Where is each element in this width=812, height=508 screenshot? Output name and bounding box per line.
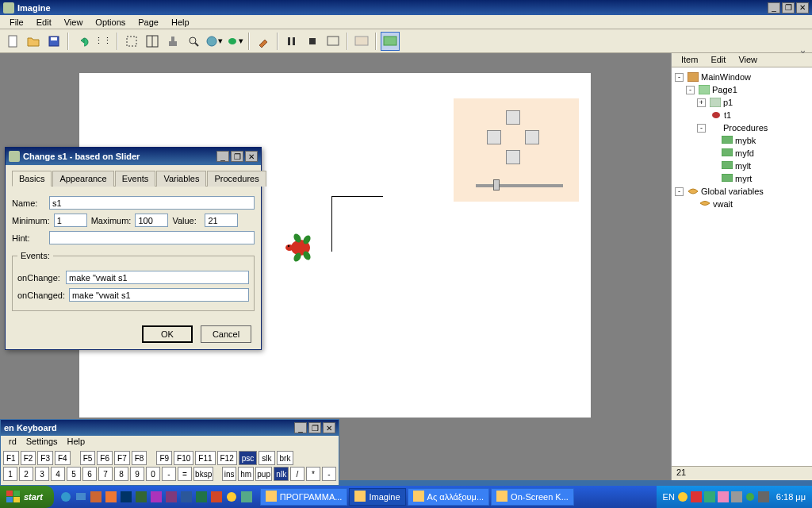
save-button[interactable] [44,32,63,51]
tray-icon[interactable] [704,491,715,502]
ql-app-icon[interactable] [239,489,254,505]
dialog-close-button[interactable]: ✕ [245,151,258,162]
key-psc[interactable]: psc [239,451,258,465]
key-F5[interactable]: F5 [80,451,96,465]
tab-basics[interactable]: Basics [12,171,52,187]
cancel-button[interactable]: Cancel [201,325,251,343]
osk-menu-help[interactable]: Help [63,436,90,448]
key-slk[interactable]: slk [259,451,274,465]
clock[interactable]: 6:18 μμ [776,492,806,502]
sidemenu-view[interactable]: View [732,53,764,67]
start-button[interactable]: start [0,486,54,508]
toolbar-misc-icon[interactable]: ⋮⋮ [94,32,113,51]
key-8[interactable]: 8 [114,467,128,481]
tab-appearance[interactable]: Appearance [52,171,113,187]
key-3[interactable]: 3 [35,467,49,481]
open-button[interactable] [24,32,43,51]
key--[interactable]: - [162,467,176,481]
osk-minimize-button[interactable]: _ [294,422,307,433]
key-/[interactable]: / [290,467,304,481]
key-6[interactable]: 6 [82,467,97,481]
lang-indicator[interactable]: EN [663,492,675,502]
key-2[interactable]: 2 [19,467,33,481]
minimize-button[interactable]: _ [768,2,780,13]
turtle-tool-button[interactable]: ▾ [225,32,244,51]
taskbar-item[interactable]: Imagine [349,488,405,506]
key-ins[interactable]: ins [222,467,237,481]
hint-input[interactable] [49,231,255,244]
tray-icon[interactable] [691,491,702,502]
tray-icon[interactable] [758,491,769,502]
taskbar-item[interactable]: ΠΡΟΓΡΑΜΜΑ... [260,488,348,506]
pad-down-button[interactable] [506,150,520,164]
key-F9[interactable]: F9 [156,451,172,465]
new-button[interactable] [3,32,22,51]
key-bksp[interactable]: bksp [193,467,213,481]
key-1[interactable]: 1 [3,467,17,481]
tree-myfd[interactable]: myfd [735,148,754,158]
key-*[interactable]: * [306,467,320,481]
slider-s1[interactable] [476,184,563,187]
key--[interactable]: - [322,467,336,481]
slider-thumb[interactable] [493,179,500,190]
dialog-maximize-button[interactable]: ❐ [231,151,243,162]
menu-view[interactable]: View [58,16,90,29]
turtle-t1[interactable] [283,232,315,264]
key-4[interactable]: 4 [51,467,65,481]
tab-variables[interactable]: Variables [156,171,206,187]
tab-events[interactable]: Events [115,171,156,187]
menu-edit[interactable]: Edit [30,16,58,29]
board-button[interactable] [381,32,400,51]
tree-t1[interactable]: t1 [724,110,731,120]
menu-help[interactable]: Help [165,16,196,29]
tree-vwait[interactable]: vwait [713,199,733,209]
key-F4[interactable]: F4 [55,451,71,465]
key-0[interactable]: 0 [146,467,160,481]
key-=[interactable]: = [178,467,192,481]
key-5[interactable]: 5 [67,467,81,481]
pause-button[interactable] [282,32,301,51]
tree-myrt[interactable]: myrt [735,174,752,183]
pad-left-button[interactable] [487,130,501,144]
ql-word-icon[interactable] [179,489,193,505]
ql-onenote-icon[interactable] [164,489,178,505]
key-7[interactable]: 7 [98,467,113,481]
ql-app-icon[interactable] [134,489,148,505]
menu-page[interactable]: Page [132,16,165,29]
tree-collapse-icon[interactable]: - [675,73,684,82]
ql-ie-icon[interactable] [59,489,73,505]
pad-right-button[interactable] [525,130,539,144]
maximize-button[interactable]: ❐ [782,2,795,13]
taskbar-item[interactable]: Ας αλλάξουμ... [408,488,490,506]
ql-ps-icon[interactable] [119,489,133,505]
key-F10[interactable]: F10 [174,451,193,465]
name-input[interactable] [49,196,255,210]
taskbar-item[interactable]: On-Screen K... [491,488,574,506]
dialog-minimize-button[interactable]: _ [216,151,229,162]
object-tree[interactable]: -MainWindow -Page1 +p1 t1 -Procedures my… [672,67,812,466]
max-input[interactable] [135,214,168,227]
onchange-input[interactable] [66,271,249,284]
tray-icon[interactable] [745,491,756,502]
tray-icon[interactable] [718,491,729,502]
key-nlk[interactable]: nlk [274,467,289,481]
tray-icon[interactable] [731,491,742,502]
screen-button[interactable] [352,32,371,51]
value-input[interactable] [205,214,238,227]
key-F2[interactable]: F2 [21,451,36,465]
sidemenu-item[interactable]: Item [675,53,704,67]
key-9[interactable]: 9 [130,467,144,481]
sidemenu-edit[interactable]: Edit [704,53,732,67]
pad-up-button[interactable] [506,110,520,125]
stop-button[interactable] [303,32,322,51]
key-F3[interactable]: F3 [37,451,53,465]
stamp-button[interactable] [163,32,182,51]
key-F1[interactable]: F1 [3,451,19,465]
select-button[interactable] [122,32,141,51]
ql-app-icon[interactable] [224,489,239,505]
tree-mybk[interactable]: mybk [735,136,756,145]
osk-menu-settings[interactable]: Settings [21,436,63,448]
key-brk[interactable]: brk [277,451,294,465]
key-F6[interactable]: F6 [97,451,113,465]
ql-app-icon[interactable] [89,489,103,505]
